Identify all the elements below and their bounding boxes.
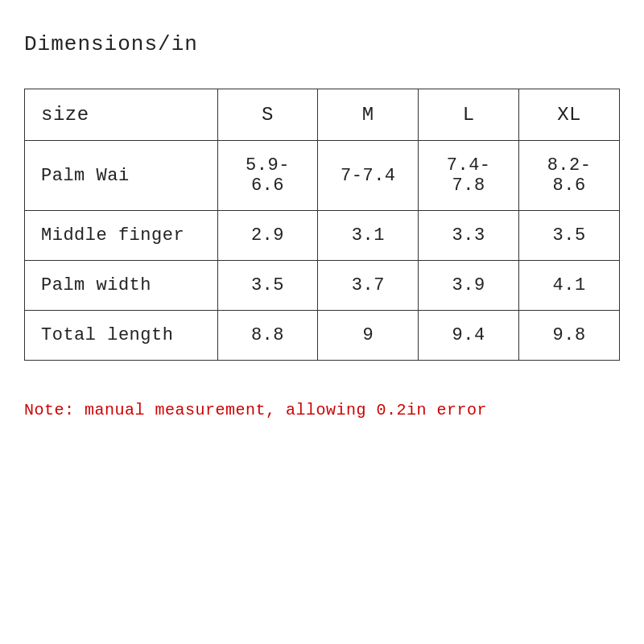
row3-m: 3.7 bbox=[318, 261, 419, 311]
row2-m: 3.1 bbox=[318, 211, 419, 261]
row4-xl: 9.8 bbox=[519, 311, 620, 361]
row2-xl: 3.5 bbox=[519, 211, 620, 261]
row1-l: 7.4-7.8 bbox=[419, 141, 519, 211]
row4-m: 9 bbox=[318, 311, 419, 361]
table-row: Palm width 3.5 3.7 3.9 4.1 bbox=[25, 261, 620, 311]
row3-s: 3.5 bbox=[217, 261, 318, 311]
table-row: Middle finger 2.9 3.1 3.3 3.5 bbox=[25, 211, 620, 261]
row1-xl: 8.2-8.6 bbox=[519, 141, 620, 211]
header-size: size bbox=[25, 89, 218, 141]
row4-l: 9.4 bbox=[419, 311, 519, 361]
header-xl: XL bbox=[519, 89, 620, 141]
table-header-row: size S M L XL bbox=[25, 89, 620, 141]
row3-xl: 4.1 bbox=[519, 261, 620, 311]
page-title: Dimensions/in bbox=[24, 32, 198, 56]
table-row: Total length 8.8 9 9.4 9.8 bbox=[25, 311, 620, 361]
row3-label: Palm width bbox=[25, 261, 218, 311]
header-l: L bbox=[419, 89, 519, 141]
row3-l: 3.9 bbox=[419, 261, 519, 311]
row2-label: Middle finger bbox=[25, 211, 218, 261]
row1-label: Palm Wai bbox=[25, 141, 218, 211]
row4-s: 8.8 bbox=[217, 311, 318, 361]
row1-s: 5.9-6.6 bbox=[217, 141, 318, 211]
row2-l: 3.3 bbox=[419, 211, 519, 261]
row2-s: 2.9 bbox=[217, 211, 318, 261]
row4-label: Total length bbox=[25, 311, 218, 361]
note-text: Note: manual measurement, allowing 0.2in… bbox=[24, 401, 487, 419]
row1-m: 7-7.4 bbox=[318, 141, 419, 211]
header-s: S bbox=[217, 89, 318, 141]
header-m: M bbox=[318, 89, 419, 141]
table-row: Palm Wai 5.9-6.6 7-7.4 7.4-7.8 8.2-8.6 bbox=[25, 141, 620, 211]
dimensions-table: size S M L XL Palm Wai 5.9-6.6 7-7.4 7.4… bbox=[24, 89, 620, 361]
